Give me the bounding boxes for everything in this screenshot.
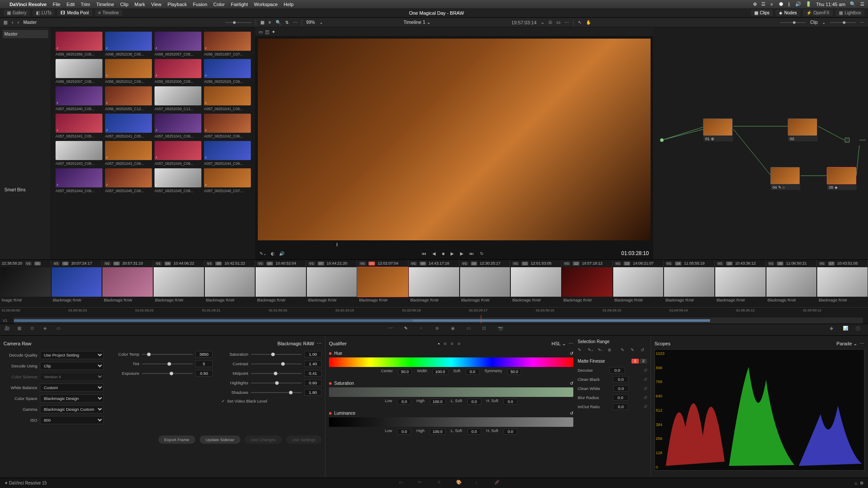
sat-lsoft[interactable]: 0.0 xyxy=(467,399,481,405)
contrast-slider[interactable] xyxy=(251,364,302,364)
fusion-page-icon[interactable]: ⚛ xyxy=(437,480,446,487)
media-clip[interactable]: ♪A057_08251040_C05... xyxy=(56,86,102,111)
hue-center[interactable]: 50.0 xyxy=(398,369,412,375)
home-icon[interactable]: ⌂ xyxy=(855,481,857,485)
menu-file[interactable]: File xyxy=(53,2,60,7)
hue-soft[interactable]: 0.0 xyxy=(466,369,480,375)
step-forward-icon[interactable]: ▶ xyxy=(460,251,464,256)
info-tab-icon[interactable]: ⓘ xyxy=(856,326,864,334)
filmstrip-thumb[interactable] xyxy=(307,267,357,297)
stop-icon[interactable]: ■ xyxy=(442,251,444,256)
wipe-icon[interactable]: ▭ xyxy=(556,20,560,25)
timeline-name[interactable]: Timeline 1 ⌄ xyxy=(327,20,507,25)
reset-icon[interactable]: ↺ xyxy=(644,377,647,382)
colortemp-slider[interactable] xyxy=(142,354,193,355)
openfx-button[interactable]: ⚡ OpenFX xyxy=(803,10,833,16)
hand-icon[interactable]: ✋ xyxy=(586,20,591,25)
sat-high[interactable]: 100.0 xyxy=(430,399,446,405)
media-clip[interactable]: ♪A008_08252057_C05... xyxy=(155,32,201,56)
panel-layout-icon[interactable]: ▥ xyxy=(3,20,7,25)
bypass-icon[interactable]: ⦾ xyxy=(549,20,552,25)
media-clip[interactable]: ♪A057_08251043_C06... xyxy=(105,141,152,166)
filmstrip-header[interactable]: V10710:44:21:20 xyxy=(306,260,358,267)
menu-view[interactable]: View xyxy=(151,2,161,7)
fairlight-page-icon[interactable]: ♪ xyxy=(475,480,484,487)
loop-icon[interactable]: ↻ xyxy=(480,251,483,256)
saturation-bar[interactable] xyxy=(329,387,573,397)
media-clip[interactable]: ♪A056_08252055_C12... xyxy=(105,86,152,111)
app-name[interactable]: DaVinci Resolve xyxy=(10,2,46,7)
media-clip[interactable]: ♪A057_08251041_C05... xyxy=(204,86,251,111)
filmstrip-thumb[interactable] xyxy=(511,267,561,297)
hue-width[interactable]: 100.0 xyxy=(432,369,448,375)
resolve-logo-icon[interactable]: ✦ xyxy=(4,481,8,485)
blur-tab-icon[interactable]: ◉ xyxy=(451,326,459,334)
media-clip[interactable]: ♪A057_08251045_C06... xyxy=(155,168,201,193)
filmstrip-header[interactable]: 22:38:58:20V101 xyxy=(0,260,51,267)
qualifier-mode[interactable]: HSL xyxy=(552,341,561,346)
bin-master[interactable]: Master xyxy=(3,30,48,38)
clock[interactable]: Thu 11:45 am xyxy=(816,2,845,7)
media-clip[interactable]: ♪A057_08251046_C07... xyxy=(204,168,251,193)
gallery-button[interactable]: ▦ Gallery xyxy=(3,10,30,16)
status-icon[interactable]: ☰ xyxy=(761,1,766,7)
shadows-value[interactable]: 1.80 xyxy=(304,389,322,396)
raw-profile[interactable]: Blackmagic RAW xyxy=(277,341,314,346)
node-02[interactable]: 02 xyxy=(788,118,817,136)
dropbox-icon[interactable]: ⬢ xyxy=(779,1,783,7)
unmix-icon[interactable]: ◐ xyxy=(271,251,275,256)
luts-button[interactable]: ◧ LUTs xyxy=(33,10,55,16)
filmstrip-thumb[interactable] xyxy=(154,267,204,297)
media-clip[interactable]: ♪A056_08252007_C08... xyxy=(56,59,102,84)
motion-tab-icon[interactable]: ▭ xyxy=(56,326,64,334)
filmstrip-thumb[interactable] xyxy=(613,267,664,297)
media-clip[interactable]: ♪A056_08252006_C08... xyxy=(155,59,201,84)
softness-add-icon[interactable]: ⊕ xyxy=(608,347,614,354)
highlight-icon[interactable]: ✦ xyxy=(272,29,275,34)
menu-fairlight[interactable]: Fairlight xyxy=(231,2,248,7)
image-wipe-icon[interactable]: ▭ xyxy=(259,29,263,34)
clips-button[interactable]: ▦ Clips xyxy=(751,10,773,16)
filmstrip-header[interactable]: V10914:43:17:16 xyxy=(408,260,460,267)
media-clip[interactable]: ♪A056_08251956_C05... xyxy=(56,32,102,56)
luminance-bar[interactable] xyxy=(329,417,573,427)
saturation-value[interactable]: 1.00 xyxy=(304,351,322,357)
filmstrip-thumb[interactable] xyxy=(664,267,714,297)
filmstrip-header[interactable]: V11219:57:18:12 xyxy=(562,260,613,267)
chevron-down-icon[interactable]: ⌄ xyxy=(822,20,825,25)
picker-add-icon[interactable]: ✎₊ xyxy=(588,347,594,354)
exposure-slider[interactable] xyxy=(142,373,193,374)
window-tab-icon[interactable]: ○ xyxy=(420,326,427,334)
bluetooth-icon[interactable]: ᛒ xyxy=(788,2,791,7)
filmstrip-header[interactable]: V10410:44:06:22 xyxy=(153,260,204,267)
scopes-tab-icon[interactable]: 📊 xyxy=(843,326,851,334)
lum-hsoft[interactable]: 0.0 xyxy=(503,429,517,435)
black-level-checkbox[interactable]: ✓ xyxy=(221,399,225,403)
media-clip[interactable]: ♪A057_08252039_C11... xyxy=(155,86,201,111)
grid-view-icon[interactable]: ▦ xyxy=(260,20,264,25)
reset-icon[interactable]: ↺ xyxy=(644,368,647,373)
timeline-ruler[interactable]: 01:00:00:0001:00:30:2301:01:00:2201:01:2… xyxy=(0,307,868,318)
viewer-image[interactable] xyxy=(258,39,651,240)
filmstrip-header[interactable]: V10510:42:51:22 xyxy=(204,260,256,267)
color-space-select[interactable]: Blackmagic Design xyxy=(40,394,104,403)
white-balance-select[interactable]: Custom xyxy=(40,383,104,392)
chevron-down-icon[interactable]: ⌄ xyxy=(541,20,544,25)
zoom-value[interactable]: 99% xyxy=(306,20,315,25)
tint-slider[interactable] xyxy=(142,364,193,364)
filmstrip-thumb[interactable] xyxy=(460,267,510,297)
menu-timeline[interactable]: Timeline xyxy=(96,2,114,7)
inout-value[interactable]: 0.0 xyxy=(613,403,628,410)
saturation-slider[interactable] xyxy=(251,354,302,355)
menu-playback[interactable]: Playback xyxy=(168,2,187,7)
notification-icon[interactable]: ☰ xyxy=(860,1,865,7)
wheels-tab-icon[interactable]: ⊙ xyxy=(30,326,38,334)
curves-tab-icon[interactable]: 〰 xyxy=(388,326,396,334)
reset-icon[interactable]: ↺ xyxy=(570,351,573,356)
split-icon[interactable]: ◫ xyxy=(265,29,269,34)
menu-edit[interactable]: Edit xyxy=(66,2,75,7)
media-clip[interactable]: ♪A057_08251044_C06... xyxy=(204,141,251,166)
breadcrumb-master[interactable]: Master xyxy=(23,20,37,25)
finesse-tab-1[interactable]: 1 xyxy=(631,359,639,364)
highlights-value[interactable]: 0.60 xyxy=(304,380,322,386)
